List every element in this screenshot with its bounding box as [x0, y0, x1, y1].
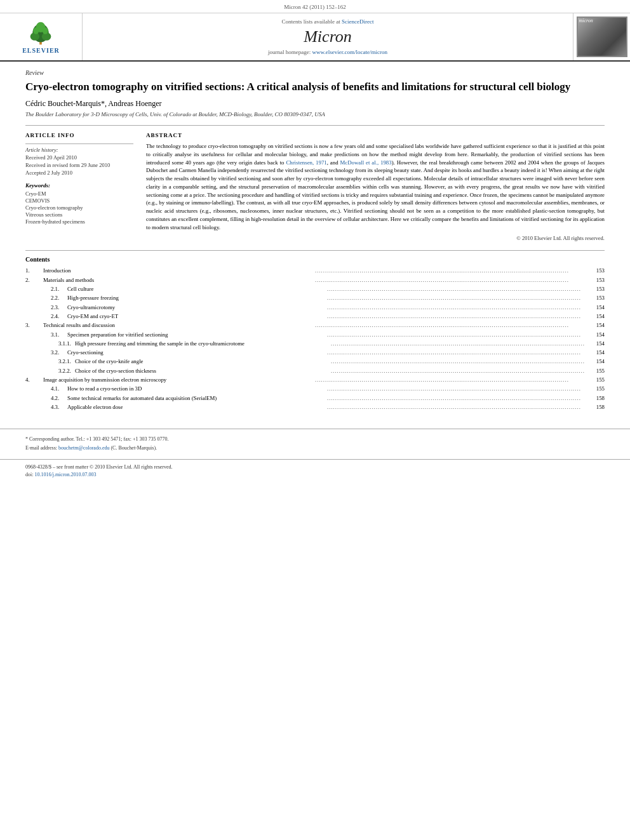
received-revised-date: Received in revised form 29 June 2010 — [25, 162, 133, 168]
keyword-2: CEMOVIS — [25, 197, 133, 204]
elsevier-tree-icon — [25, 20, 56, 46]
cover-label: micron — [579, 18, 593, 23]
info-divider — [25, 143, 133, 144]
journal-issue: Micron 42 (2011) 152–162 — [284, 4, 345, 10]
journal-cover-thumb: micron — [573, 13, 630, 60]
copyright-line: © 2010 Elsevier Ltd. All rights reserved… — [146, 235, 605, 241]
contents-link: Contents lists available at ScienceDirec… — [282, 18, 374, 25]
article-type: Review — [25, 69, 605, 76]
page: Micron 42 (2011) 152–162 ELSEVIER — [0, 0, 630, 840]
toc-item-1: 1. Introduction ........................… — [25, 267, 605, 274]
footer-area: * Corresponding author. Tel.: +1 303 492… — [0, 429, 630, 458]
elsevier-wordmark: ELSEVIER — [22, 47, 60, 54]
toc-item-2-3: 2.3. Cryo-ultramicrotomy ...............… — [25, 303, 605, 311]
keywords-title: Keywords: — [25, 182, 133, 189]
toc-item-3-2-1: 3.2.1. Choice of the cryo-knife angle ..… — [25, 357, 605, 365]
toc-item-3-1: 3.1. Specimen preparation for vitrified … — [25, 331, 605, 338]
elsevier-logo: ELSEVIER — [22, 20, 60, 54]
toc-item-2-1: 2.1. Cell culture ......................… — [25, 285, 605, 293]
keyword-1: Cryo-EM — [25, 190, 133, 197]
abstract-column: Abstract The technology to produce cryo-… — [146, 132, 605, 241]
main-header: ELSEVIER Contents lists available at Sci… — [0, 13, 630, 62]
doi-line: doi: 10.1016/j.micron.2010.07.003 — [25, 471, 605, 479]
article-info-title: Article info — [25, 132, 133, 138]
abstract-title: Abstract — [146, 132, 605, 138]
history-title: Article history: — [25, 147, 133, 153]
keyword-4: Vitreous sections — [25, 211, 133, 218]
contents-title: Contents — [25, 256, 605, 263]
svg-point-5 — [34, 27, 39, 34]
email-link[interactable]: bouchetm@colorado.edu — [58, 445, 109, 451]
article-title: Cryo-electron tomography on vitrified se… — [25, 80, 605, 94]
article-info-column: Article info Article history: Received 2… — [25, 132, 133, 241]
journal-header: Micron 42 (2011) 152–162 — [0, 0, 630, 13]
ref-mcdowall[interactable]: McDowall et al., 1983 — [340, 159, 391, 166]
contents-section: Contents 1. Introduction ...............… — [25, 256, 605, 411]
corresponding-author-note: * Corresponding author. Tel.: +1 303 492… — [25, 436, 605, 443]
issn-line: 0968-4328/$ – see front matter © 2010 El… — [25, 463, 605, 471]
toc-item-4-3: 4.3. Applicable electron dose ..........… — [25, 403, 605, 411]
doi-link[interactable]: 10.1016/j.micron.2010.07.003 — [34, 472, 96, 477]
toc-item-4-2: 4.2. Some technical remarks for automate… — [25, 394, 605, 402]
abstract-text: The technology to produce cryo-electron … — [146, 142, 605, 231]
toc-item-3: 3. Technical results and discussion ....… — [25, 321, 605, 329]
micron-cover-image: micron — [577, 17, 627, 57]
article-authors: Cédric Bouchet-Marquis*, Andreas Hoenger — [25, 99, 605, 109]
elsevier-logo-area: ELSEVIER — [0, 13, 83, 60]
bottom-bar: 0968-4328/$ – see front matter © 2010 El… — [0, 459, 630, 483]
two-column-section: Article info Article history: Received 2… — [25, 125, 605, 241]
contents-divider — [25, 250, 605, 251]
svg-point-6 — [43, 27, 48, 34]
toc-item-2-4: 2.4. Cryo-EM and cryo-ET ...............… — [25, 312, 605, 320]
email-note: E-mail address: bouchetm@colorado.edu (C… — [25, 444, 605, 451]
sciencedirect-link[interactable]: ScienceDirect — [342, 18, 373, 25]
toc-item-3-2: 3.2. Cryo-sectioning ...................… — [25, 349, 605, 356]
toc-item-4: 4. Image acquisition by transmission ele… — [25, 376, 605, 383]
journal-name-area: Contents lists available at ScienceDirec… — [83, 13, 573, 60]
toc-item-3-2-2: 3.2.2. Choice of the cryo-section thickn… — [25, 367, 605, 375]
accepted-date: Accepted 2 July 2010 — [25, 170, 133, 176]
ref-christensen[interactable]: Christensen, 1971 — [286, 159, 326, 166]
toc-item-3-1-1: 3.1.1. High pressure freezing and trimmi… — [25, 340, 605, 347]
keyword-3: Cryo-electron tomography — [25, 204, 133, 211]
received-date: Received 20 April 2010 — [25, 154, 133, 161]
keyword-5: Frozen-hydrated specimens — [25, 218, 133, 225]
journal-homepage: journal homepage: www.elsevier.com/locat… — [268, 49, 387, 55]
toc-item-4-1: 4.1. How to read a cryo-section in 3D ..… — [25, 385, 605, 392]
cover-image-bg — [578, 18, 626, 56]
toc-item-2-2: 2.2. High-pressure freezing ............… — [25, 294, 605, 302]
article-content: Review Cryo-electron tomography on vitri… — [0, 62, 630, 422]
toc-item-2: 2. Materials and methods ...............… — [25, 276, 605, 284]
journal-title: Micron — [304, 27, 352, 46]
journal-homepage-link[interactable]: www.elsevier.com/locate/micron — [312, 49, 387, 55]
article-affiliation: The Boulder Laboratory for 3-D Microscop… — [25, 111, 605, 117]
